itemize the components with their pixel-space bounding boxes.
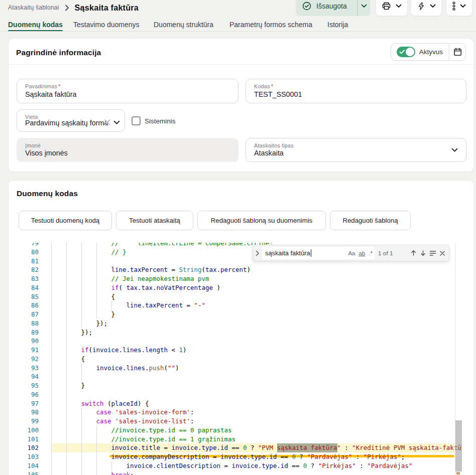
code-line-98: case 'sales-invoice-form': bbox=[51, 408, 462, 417]
code-token: invoice.type.id bbox=[171, 444, 227, 451]
code-token: } bbox=[81, 382, 85, 389]
code-indent bbox=[51, 301, 127, 309]
chevron-down-icon bbox=[430, 4, 436, 8]
tab-parametrų-formos-schema[interactable]: Parametrų formos schema bbox=[229, 21, 312, 29]
kodas-field[interactable]: Kodas* TEST_SS0001 bbox=[246, 79, 466, 103]
toggle-switch[interactable] bbox=[397, 47, 415, 57]
previous-match-icon[interactable] bbox=[410, 250, 417, 256]
code-token: placeId bbox=[111, 400, 137, 407]
code-token: // } bbox=[111, 248, 126, 256]
ataskaitos-tipas-label: Ataskaitos tipas bbox=[254, 142, 294, 148]
clear-icon[interactable] bbox=[103, 118, 111, 126]
code-token: ) { bbox=[138, 400, 149, 407]
code-action-button-1[interactable]: Testuoti duomenų kodą bbox=[19, 211, 112, 230]
tab-bar-divider bbox=[0, 31, 476, 32]
code-token: ? bbox=[247, 444, 258, 451]
find-query-text[interactable]: sąskaita faktūra bbox=[265, 249, 310, 257]
code-indent bbox=[51, 471, 111, 475]
code-indent bbox=[51, 284, 111, 291]
active-toggle[interactable]: Aktyvus bbox=[391, 44, 449, 60]
chevron-down-icon[interactable] bbox=[451, 148, 458, 152]
line-number: 94 bbox=[16, 372, 39, 381]
close-icon[interactable] bbox=[439, 250, 445, 256]
find-input[interactable]: sąskaita faktūra Aa ab .* bbox=[262, 247, 375, 259]
required-asterisk: * bbox=[58, 83, 60, 89]
code-line-83: // Jei neapmokestinama pvm bbox=[51, 274, 462, 283]
whole-word-toggle[interactable]: ab bbox=[359, 250, 366, 256]
line-number: 84 bbox=[16, 283, 39, 292]
code-indent bbox=[51, 320, 96, 327]
find-widget: sąskaita faktūra Aa ab .* 1 of 1 bbox=[253, 245, 449, 261]
editor-scrollbar-thumb[interactable] bbox=[455, 420, 462, 471]
tab-bar: Duomenų kodasTestavimo duomenysDuomenų s… bbox=[0, 18, 476, 32]
line-number: 98 bbox=[16, 408, 39, 417]
code-token: : bbox=[352, 453, 364, 460]
code-token: 1 bbox=[179, 346, 183, 354]
regex-toggle[interactable]: .* bbox=[369, 250, 373, 256]
kodas-value[interactable]: TEST_SS0001 bbox=[254, 90, 302, 98]
sisteminis-checkbox[interactable] bbox=[132, 116, 141, 125]
code-action-button-4[interactable]: Redaguoti šabloną bbox=[330, 211, 411, 230]
lightning-icon bbox=[417, 2, 425, 11]
more-actions-dropdown-button[interactable] bbox=[446, 0, 472, 16]
saved-button-main[interactable]: Išsaugota bbox=[296, 0, 357, 16]
kodas-label: Kodas* bbox=[254, 83, 273, 89]
code-token: // lineItem.crLine = comperSame.crLine; bbox=[111, 243, 273, 247]
code-token: tax.percent bbox=[205, 266, 247, 273]
next-match-icon[interactable] bbox=[420, 250, 426, 256]
pavadinimas-field[interactable]: Pavadinimas* Sąskaita faktūra bbox=[17, 79, 239, 103]
pavadinimas-value[interactable]: Sąskaita faktūra bbox=[25, 90, 77, 98]
line-number: 102 bbox=[16, 443, 39, 452]
code-token bbox=[111, 417, 115, 425]
code-indent bbox=[51, 293, 111, 300]
tab-duomenų-kodas[interactable]: Duomenų kodas bbox=[8, 21, 63, 29]
code-line-104: invoice.clientDescription = invoice.type… bbox=[51, 461, 462, 470]
imone-field-disabled: Įmonė Visos įmonės bbox=[17, 138, 239, 162]
line-number: 79 bbox=[16, 243, 39, 248]
vieta-select[interactable]: Vieta Pardavimų sąskaitų forma bbox=[17, 109, 125, 132]
code-indent bbox=[51, 329, 81, 336]
code-token: { bbox=[111, 293, 115, 300]
tab-istorija[interactable]: Istorija bbox=[327, 21, 348, 29]
editor-scrollbar[interactable] bbox=[455, 243, 462, 475]
code-line-95: } bbox=[51, 381, 462, 390]
code-token: case bbox=[96, 408, 111, 416]
code-line-101: //invoice.type.id == 1 grąžinimas bbox=[51, 435, 462, 444]
sisteminis-checkbox-row[interactable]: Sisteminis bbox=[132, 116, 176, 125]
saved-button-caret[interactable] bbox=[358, 0, 371, 16]
code-token: push bbox=[149, 364, 164, 372]
code-token: "Pardavėjas" bbox=[307, 453, 352, 460]
automation-dropdown-button[interactable] bbox=[411, 0, 442, 16]
kebab-menu-icon bbox=[452, 2, 455, 11]
code-token: "Pardavėjas" bbox=[367, 462, 412, 469]
find-in-selection-icon[interactable] bbox=[429, 250, 436, 256]
code-action-button-3[interactable]: Redaguoti šabloną su duomenimis bbox=[197, 211, 326, 230]
chevron-down-icon[interactable] bbox=[113, 120, 120, 125]
code-indent bbox=[51, 417, 96, 425]
code-token: invoice.lines.length bbox=[92, 346, 168, 354]
toggle-replace-chevron-icon[interactable] bbox=[253, 250, 262, 256]
printer-icon bbox=[382, 2, 391, 11]
code-token: if bbox=[81, 346, 88, 354]
data-code-card-title: Duomenų kodas bbox=[17, 189, 78, 198]
find-match-count: 1 of 1 bbox=[378, 250, 393, 257]
match-case-toggle[interactable]: Aa bbox=[348, 250, 355, 256]
print-dropdown-button[interactable] bbox=[376, 0, 408, 16]
code-editor[interactable]: 79 // lineItem.crLine = comperSame.crLin… bbox=[16, 243, 462, 475]
calendar-button[interactable] bbox=[449, 44, 465, 60]
breadcrumb-parent-link[interactable]: Ataskaitų šablonai bbox=[8, 4, 59, 11]
code-token: ) bbox=[175, 364, 179, 372]
ataskaitos-tipas-select[interactable]: Ataskaitos tipas Ataskaita bbox=[246, 138, 466, 162]
tab-testavimo-duomenys[interactable]: Testavimo duomenys bbox=[73, 21, 140, 29]
ataskaitos-tipas-value[interactable]: Ataskaita bbox=[254, 149, 284, 157]
code-indent bbox=[51, 426, 111, 434]
overview-find-marker bbox=[456, 472, 460, 474]
code-action-button-2[interactable]: Testuoti ataskaitą bbox=[116, 211, 193, 230]
code-indent bbox=[51, 346, 81, 354]
saved-split-button[interactable]: Išsaugota bbox=[296, 0, 371, 16]
check-circle-icon bbox=[302, 2, 311, 11]
code-line-86: line.taxPercent = "-" bbox=[51, 301, 462, 310]
vieta-value[interactable]: Pardavimų sąskaitų forma bbox=[25, 119, 108, 127]
active-toggle-box: Aktyvus bbox=[391, 43, 466, 61]
tab-duomenų-struktūra[interactable]: Duomenų struktūra bbox=[154, 21, 213, 29]
